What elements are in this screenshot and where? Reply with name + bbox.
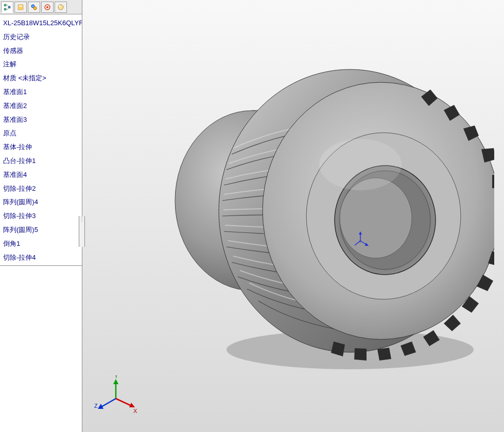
tree-item[interactable]: 切除-拉伸2	[0, 182, 82, 196]
tree-item[interactable]: 阵列(圆周)5	[0, 223, 82, 237]
property-icon	[17, 4, 24, 11]
tree-item[interactable]: 基准面4	[0, 168, 82, 182]
svg-line-35	[101, 399, 116, 407]
svg-point-10	[46, 6, 48, 8]
svg-point-12	[59, 5, 61, 7]
tree-item[interactable]: 基体-拉伸	[0, 140, 82, 154]
tree-item[interactable]: 传感器	[0, 44, 82, 58]
svg-point-8	[33, 7, 37, 10]
tree-item[interactable]: 注解	[0, 58, 82, 71]
tree-item[interactable]: 切除-拉伸4	[0, 251, 82, 265]
tab-feature-manager[interactable]	[1, 2, 13, 13]
tree-item[interactable]: 凸台-拉伸1	[0, 154, 82, 168]
tree-item[interactable]: 历史记录	[0, 30, 82, 44]
svg-point-11	[58, 5, 63, 10]
tree-item[interactable]: 倒角1	[0, 237, 82, 251]
tree-item[interactable]: 材质 <未指定>	[0, 71, 82, 85]
svg-rect-5	[18, 5, 23, 10]
axis-label-x: X	[133, 408, 137, 414]
feature-tree-icon	[4, 4, 11, 11]
svg-marker-26	[359, 231, 362, 235]
tree-item-part-root[interactable]: XL-25B18W15L25K6QLYFA	[0, 16, 82, 30]
tab-configuration-manager[interactable]	[28, 2, 40, 13]
svg-rect-1	[4, 8, 6, 10]
orientation-triad[interactable]: Y X Z	[93, 375, 139, 422]
tree-item[interactable]: 原点	[0, 127, 82, 140]
display-icon	[57, 4, 64, 11]
svg-rect-4	[8, 6, 10, 8]
tree-item[interactable]: 阵列(圆周)4	[0, 195, 82, 209]
svg-marker-28	[365, 243, 369, 246]
panel-splitter[interactable]: ···	[79, 216, 85, 247]
config-icon	[30, 4, 38, 11]
tree-item[interactable]: 基准面2	[0, 99, 82, 113]
3d-model-gear[interactable]	[144, 21, 494, 381]
svg-line-33	[116, 399, 131, 406]
tree-item[interactable]: 切除-拉伸3	[0, 209, 82, 223]
svg-point-24	[319, 139, 402, 190]
tree-end-marker	[0, 265, 82, 268]
3d-viewport[interactable]: * Y X Z	[82, 0, 504, 432]
feature-manager-panel: XL-25B18W15L25K6QLYFA 历史记录 传感器 注解 材质 <未指…	[0, 0, 82, 432]
origin-triad: *	[350, 230, 371, 251]
tree-item[interactable]: 基准面3	[0, 113, 82, 127]
feature-tree[interactable]: XL-25B18W15L25K6QLYFA 历史记录 传感器 注解 材质 <未指…	[0, 14, 82, 432]
tab-property-manager[interactable]	[14, 2, 27, 13]
svg-text:*: *	[359, 240, 361, 245]
svg-marker-32	[113, 379, 118, 384]
tab-dimexpert[interactable]	[41, 2, 54, 13]
dim-icon	[44, 4, 51, 11]
tab-display-manager[interactable]	[55, 2, 67, 13]
axis-label-y: Y	[114, 375, 118, 379]
manager-tab-strip	[0, 0, 82, 14]
svg-rect-6	[19, 6, 22, 7]
svg-rect-0	[4, 4, 6, 6]
axis-label-z: Z	[94, 403, 98, 409]
tree-item[interactable]: 基准面1	[0, 85, 82, 99]
